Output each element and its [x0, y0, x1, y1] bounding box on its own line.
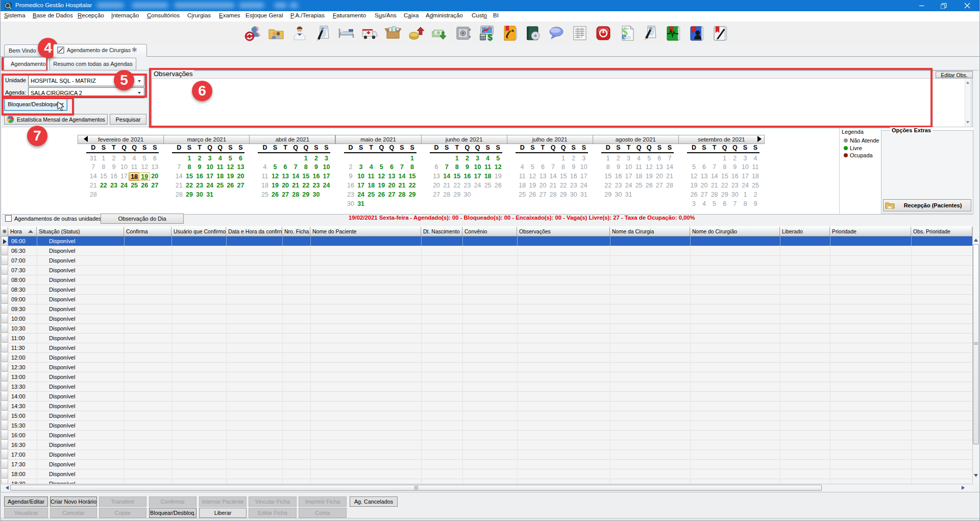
svg-text:$: $	[487, 33, 493, 42]
svg-text:e: e	[622, 31, 626, 41]
